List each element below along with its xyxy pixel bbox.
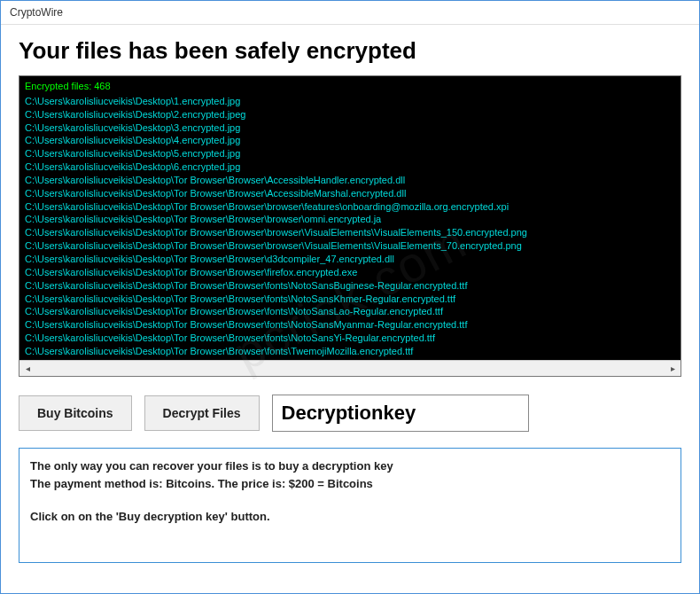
file-line: C:\Users\karolisliucveikis\Desktop\Tor B… bbox=[25, 213, 675, 226]
encrypted-files-list: Encrypted files: 468 C:\Users\karolisliu… bbox=[19, 76, 681, 360]
file-line: C:\Users\karolisliucveikis\Desktop\Tor B… bbox=[25, 187, 675, 200]
file-line: C:\Users\karolisliucveikis\Desktop\Tor B… bbox=[25, 266, 675, 279]
file-line: C:\Users\karolisliucveikis\Desktop\2.enc… bbox=[25, 108, 675, 121]
file-line: C:\Users\karolisliucveikis\Desktop\1.enc… bbox=[25, 95, 675, 108]
file-line: C:\Users\karolisliucveikis\Desktop\Tor B… bbox=[25, 239, 675, 253]
file-line: C:\Users\karolisliucveikis\Desktop\Tor B… bbox=[25, 293, 675, 306]
horizontal-scrollbar[interactable]: ◂ ▸ bbox=[19, 360, 681, 376]
file-line: C:\Users\karolisliucveikis\Desktop\Tor B… bbox=[25, 279, 675, 293]
app-window: CryptoWire Your files has been safely en… bbox=[0, 0, 700, 594]
info-line-2: The payment method is: Bitcoins. The pri… bbox=[30, 475, 670, 493]
file-line: C:\Users\karolisliucveikis\Desktop\Tor B… bbox=[25, 253, 675, 266]
file-line: C:\Users\karolisliucveikis\Desktop\5.enc… bbox=[25, 147, 675, 160]
window-titlebar[interactable]: CryptoWire bbox=[1, 1, 699, 25]
scroll-right-icon[interactable]: ▸ bbox=[665, 361, 681, 377]
file-line: C:\Users\karolisliucveikis\Desktop\Tor B… bbox=[25, 305, 675, 318]
info-line-1: The only way you can recover your files … bbox=[30, 457, 670, 475]
encrypted-count: Encrypted files: 468 bbox=[25, 80, 675, 93]
scroll-left-icon[interactable]: ◂ bbox=[19, 361, 35, 377]
file-line: C:\Users\karolisliucveikis\Desktop\6.enc… bbox=[25, 160, 675, 174]
scroll-track[interactable] bbox=[35, 361, 665, 377]
file-line: C:\Users\karolisliucveikis\Desktop\Tor B… bbox=[25, 318, 675, 332]
decryption-key-input[interactable] bbox=[272, 395, 529, 432]
file-line: C:\Users\karolisliucveikis\Desktop\Tor B… bbox=[25, 332, 675, 345]
buy-bitcoins-button[interactable]: Buy Bitcoins bbox=[19, 395, 132, 431]
page-title: Your files has been safely encrypted bbox=[19, 37, 681, 65]
info-line-3: Click on on the 'Buy decryption key' but… bbox=[30, 508, 670, 526]
console-panel: Encrypted files: 468 C:\Users\karolisliu… bbox=[19, 75, 681, 377]
file-line: C:\Users\karolisliucveikis\Desktop\Tor B… bbox=[25, 200, 675, 214]
action-row: Buy Bitcoins Decrypt Files bbox=[19, 395, 681, 432]
file-line: C:\Users\karolisliucveikis\Desktop\4.enc… bbox=[25, 134, 675, 147]
file-line: C:\Users\karolisliucveikis\Desktop\Tor B… bbox=[25, 174, 675, 187]
window-title: CryptoWire bbox=[10, 6, 63, 19]
file-line: C:\Users\karolisliucveikis\Desktop\Tor B… bbox=[25, 226, 675, 239]
instructions-panel: The only way you can recover your files … bbox=[19, 448, 681, 563]
file-line: C:\Users\karolisliucveikis\Desktop\3.enc… bbox=[25, 121, 675, 135]
content-area: Your files has been safely encrypted Enc… bbox=[1, 25, 699, 593]
file-line: C:\Users\karolisliucveikis\Desktop\Tor B… bbox=[25, 345, 675, 358]
decrypt-files-button[interactable]: Decrypt Files bbox=[144, 395, 260, 431]
